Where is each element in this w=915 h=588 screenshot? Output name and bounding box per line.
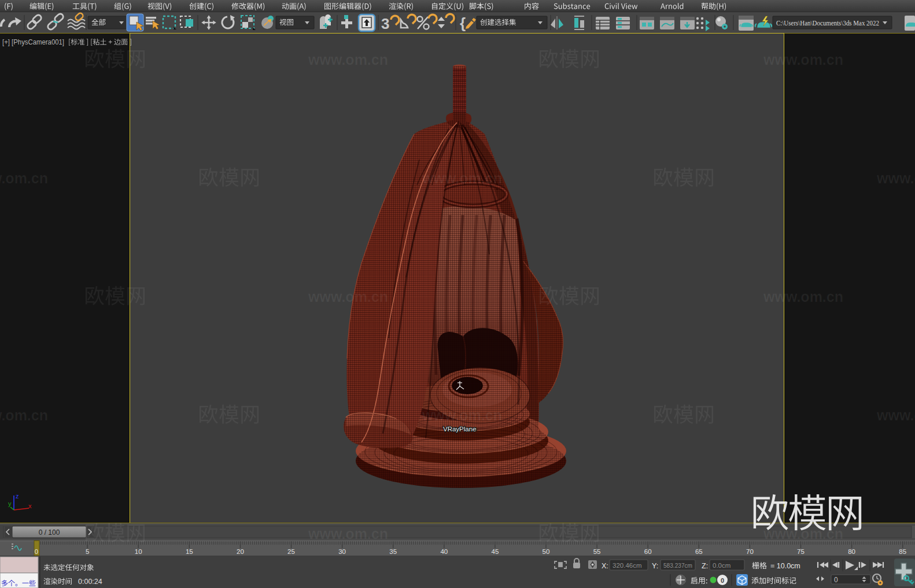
svg-text:75: 75 [797,548,805,555]
svg-text:www.om.cn: www.om.cn [308,51,388,68]
svg-text:55: 55 [593,548,601,555]
svg-text:{: { [460,14,466,32]
svg-text:45: 45 [492,548,499,555]
svg-text:15: 15 [186,548,193,555]
svg-text:80: 80 [848,548,855,555]
svg-text:C:\Users\Han\Documents\3ds Max: C:\Users\Han\Documents\3ds Max 2022 [776,20,879,27]
svg-text:25: 25 [287,548,295,555]
svg-text:35: 35 [389,548,397,555]
svg-text:www.om.cn: www.om.cn [876,407,915,423]
svg-text:www.om.cn: www.om.cn [308,289,388,305]
svg-text:10: 10 [135,548,142,555]
svg-text:40: 40 [440,548,448,555]
svg-text:0:00:24: 0:00:24 [78,578,102,586]
svg-text:0 / 100: 0 / 100 [39,528,60,537]
svg-text:[+] [PhysCamera001]: [+] [PhysCamera001] [2,38,64,46]
svg-text:0: 0 [834,576,838,584]
svg-text:65: 65 [695,548,703,555]
svg-text:Z:: Z: [702,562,708,570]
svg-text:www.om.cn: www.om.cn [308,526,388,542]
svg-text:70: 70 [746,548,754,555]
svg-text:www.om.cn: www.om.cn [763,51,843,68]
svg-text:x: x [28,502,32,509]
svg-text:20: 20 [237,548,244,555]
svg-text:0.0cm: 0.0cm [713,562,730,569]
svg-text:= 10.0cm: = 10.0cm [770,562,800,570]
svg-text:5: 5 [86,548,89,555]
svg-text:www.om.cn: www.om.cn [0,407,48,423]
svg-text:0: 0 [35,548,38,555]
svg-text:0: 0 [721,577,724,584]
svg-text:z: z [16,493,19,500]
svg-text:www.om.cn: www.om.cn [876,170,915,186]
svg-text:www.om.cn: www.om.cn [422,407,502,423]
svg-text:y: y [8,500,12,507]
svg-text:Y:: Y: [652,562,658,570]
svg-text:VRayPlane: VRayPlane [443,426,477,432]
svg-text:60: 60 [644,548,652,555]
svg-text:50: 50 [543,548,550,555]
svg-text:3: 3 [381,15,389,32]
svg-text:www.om.cn: www.om.cn [422,170,502,186]
svg-text:X:: X: [602,562,608,570]
svg-text:www.om.cn: www.om.cn [0,170,48,186]
svg-text:583.237cm: 583.237cm [663,562,692,569]
svg-text:85: 85 [899,548,906,555]
svg-text:320.46cm: 320.46cm [613,562,642,569]
svg-text:30: 30 [338,548,346,555]
svg-text:www.om.cn: www.om.cn [763,289,843,305]
